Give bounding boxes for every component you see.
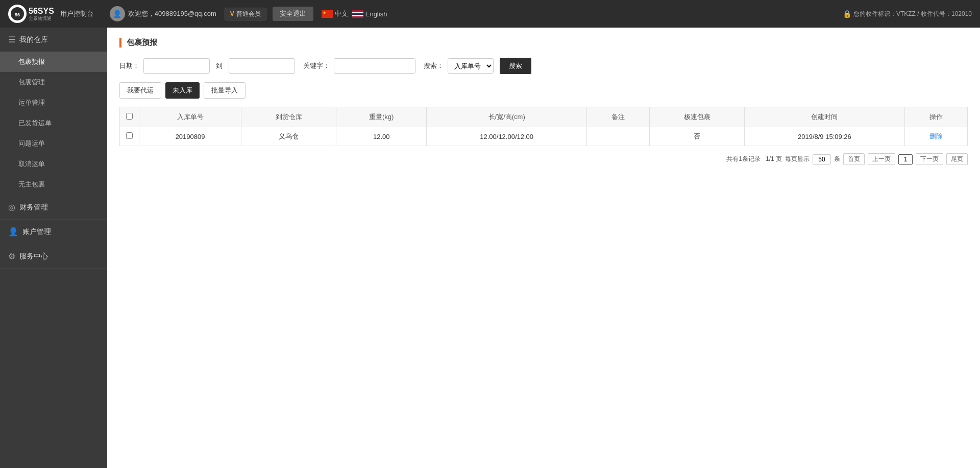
select-all-checkbox[interactable] (126, 113, 133, 120)
sidebar-item-problem-waybill[interactable]: 问题运单 (0, 133, 107, 154)
th-created-time: 创建时间 (745, 107, 905, 127)
pagination: 共有1条记录 1/1 页 每页显示 条 首页 上一页 1 下一页 尾页 (119, 153, 968, 165)
system-title: 用户控制台 (60, 9, 93, 18)
date-end-input[interactable] (229, 58, 295, 74)
agent-ship-button[interactable]: 我要代运 (119, 82, 161, 99)
action-bar: 我要代运 未入库 批量导入 (119, 82, 968, 99)
receiver-info: 🔒 您的收件标识：VTKZZ / 收件代号：102010 (843, 10, 972, 18)
per-page-label: 每页显示 (785, 155, 810, 163)
th-checkbox (120, 107, 139, 127)
last-page-button[interactable]: 尾页 (946, 153, 968, 165)
sidebar-item-label: 包裹管理 (18, 78, 45, 86)
per-page-input[interactable] (813, 154, 831, 165)
search-button[interactable]: 搜索 (500, 58, 531, 74)
th-warehouse: 到货仓库 (241, 107, 336, 127)
per-page-unit: 条 (834, 155, 840, 163)
sidebar-item-label: 运单管理 (18, 99, 45, 106)
main-content: 包裹预报 日期： 到 关键字： 搜索： 入库单号 快递单号 备注 搜索 (107, 28, 980, 468)
th-weight: 重量(kg) (336, 107, 427, 127)
lang-cn-label: 中文 (335, 9, 348, 18)
delete-link-0[interactable]: 删除 (929, 132, 943, 140)
sidebar-item-waybill-management[interactable]: 运单管理 (0, 92, 107, 113)
page-content: 包裹预报 日期： 到 关键字： 搜索： 入库单号 快递单号 备注 搜索 (107, 28, 980, 468)
keyword-input[interactable] (334, 58, 415, 74)
flag-cn-icon (322, 10, 333, 18)
sidebar-item-shipped-waybill[interactable]: 已发货运单 (0, 113, 107, 133)
first-page-button[interactable]: 首页 (843, 153, 865, 165)
td-express: 否 (650, 127, 745, 146)
next-page-button[interactable]: 下一页 (916, 153, 943, 165)
header: 56 56SYS 全景物流通 用户控制台 👤 欢迎您，409889195@qq.… (0, 0, 980, 28)
sidebar-service-header[interactable]: ⚙ 服务中心 (0, 244, 107, 268)
date-start-input[interactable] (143, 58, 210, 74)
logo-circle: 56 (8, 5, 27, 23)
sidebar-item-package-forecast[interactable]: 包裹预报 (0, 52, 107, 72)
td-order-no: 20190809 (139, 127, 241, 146)
data-table: 入库单号 到货仓库 重量(kg) 长/宽/高(cm) 备注 极速包裹 创建时间 … (119, 107, 968, 146)
sidebar-warehouse-label: 我的仓库 (19, 35, 48, 44)
sidebar-item-package-management[interactable]: 包裹管理 (0, 72, 107, 92)
logout-button[interactable]: 安全退出 (273, 7, 313, 21)
sidebar-finance-header[interactable]: ◎ 财务管理 (0, 195, 107, 219)
sidebar-item-label: 已发货运单 (18, 119, 52, 127)
row-checkbox-0[interactable] (126, 132, 133, 139)
lang-en-label: English (365, 10, 387, 18)
sidebar-account-label: 账户管理 (22, 227, 51, 237)
finance-icon: ◎ (8, 202, 15, 212)
lang-cn[interactable]: 中文 (322, 9, 348, 18)
th-express: 极速包裹 (650, 107, 745, 127)
not-in-stock-button[interactable]: 未入库 (165, 82, 200, 99)
th-remark: 备注 (586, 107, 649, 127)
sidebar-item-label: 问题运单 (18, 139, 45, 147)
th-dimensions: 长/宽/高(cm) (427, 107, 587, 127)
logo-sub: 全景物流通 (29, 16, 54, 21)
sidebar-finance-section: ◎ 财务管理 (0, 195, 107, 220)
keyword-label: 关键字： (303, 61, 330, 71)
search-type-select[interactable]: 入库单号 快递单号 备注 (448, 58, 494, 74)
date-to-label: 到 (214, 61, 225, 71)
td-checkbox (120, 127, 139, 146)
td-warehouse: 义乌仓 (241, 127, 336, 146)
welcome-text: 欢迎您，409889195@qq.com (128, 9, 216, 18)
logo: 56 56SYS 全景物流通 (8, 5, 54, 23)
lang-en[interactable]: English (352, 10, 387, 18)
prev-page-button[interactable]: 上一页 (868, 153, 895, 165)
sidebar-item-unclaimed-package[interactable]: 无主包裹 (0, 174, 107, 195)
table-body: 20190809 义乌仓 12.00 12.00/12.00/12.00 否 2… (120, 127, 968, 146)
member-badge: V 普通会员 (225, 8, 266, 20)
lock-icon: 🔒 (843, 10, 851, 18)
sidebar-item-cancel-waybill[interactable]: 取消运单 (0, 154, 107, 174)
date-label: 日期： (119, 61, 139, 71)
member-label: 普通会员 (236, 10, 261, 18)
sidebar-warehouse-header[interactable]: ☰ 我的仓库 (0, 28, 107, 52)
warehouse-icon: ☰ (8, 35, 15, 44)
batch-import-button[interactable]: 批量导入 (204, 82, 246, 99)
sidebar-item-label: 无主包裹 (18, 180, 45, 188)
logo-name: 56SYS (29, 6, 54, 16)
table-header-row: 入库单号 到货仓库 重量(kg) 长/宽/高(cm) 备注 极速包裹 创建时间 … (120, 107, 968, 127)
service-icon: ⚙ (8, 251, 15, 261)
search-bar: 日期： 到 关键字： 搜索： 入库单号 快递单号 备注 搜索 (119, 58, 968, 74)
sidebar: ☰ 我的仓库 包裹预报 包裹管理 运单管理 已发货运单 问题运单 取消运单 (0, 28, 107, 468)
svg-text:56: 56 (15, 12, 20, 17)
avatar: 👤 (110, 6, 125, 21)
page-title-bar: 包裹预报 (119, 38, 968, 48)
account-icon: 👤 (8, 227, 18, 237)
page-info: 1/1 页 (766, 155, 782, 163)
td-created-time: 2019/8/9 15:09:26 (745, 127, 905, 146)
sidebar-item-label: 包裹预报 (18, 58, 45, 65)
table-wrap: 入库单号 到货仓库 重量(kg) 长/宽/高(cm) 备注 极速包裹 创建时间 … (119, 107, 968, 146)
table-row: 20190809 义乌仓 12.00 12.00/12.00/12.00 否 2… (120, 127, 968, 146)
sidebar-account-header[interactable]: 👤 账户管理 (0, 220, 107, 244)
sidebar-service-label: 服务中心 (19, 252, 48, 261)
table-header: 入库单号 到货仓库 重量(kg) 长/宽/高(cm) 备注 极速包裹 创建时间 … (120, 107, 968, 127)
td-dimensions: 12.00/12.00/12.00 (427, 127, 587, 146)
td-action: 删除 (904, 127, 967, 146)
sidebar-warehouse-section: ☰ 我的仓库 包裹预报 包裹管理 运单管理 已发货运单 问题运单 取消运单 (0, 28, 107, 195)
language-switcher: 中文 English (322, 9, 387, 18)
sidebar-service-section: ⚙ 服务中心 (0, 244, 107, 269)
td-weight: 12.00 (336, 127, 427, 146)
member-v: V (230, 10, 234, 17)
search-type-label: 搜索： (424, 61, 444, 71)
sidebar-finance-label: 财务管理 (19, 203, 48, 212)
